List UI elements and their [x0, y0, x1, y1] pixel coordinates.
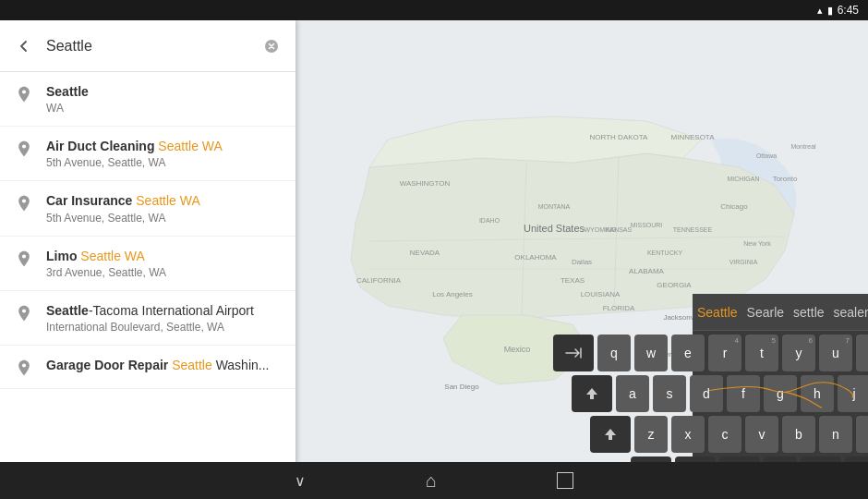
pin-icon — [15, 140, 33, 158]
result-subtitle: WA — [46, 102, 281, 115]
svg-text:KENTUCKY: KENTUCKY — [647, 250, 682, 256]
key-i[interactable]: i8 — [856, 335, 868, 371]
key-r[interactable]: r4 — [708, 335, 741, 371]
key-c[interactable]: c — [708, 416, 741, 453]
bottom-nav: ∨ ⌂ — [0, 462, 868, 499]
result-item[interactable]: Seattle-Tacoma International Airport Int… — [0, 291, 295, 346]
key-f[interactable]: f — [727, 375, 760, 412]
result-item[interactable]: Limo Seattle WA 3rd Avenue, Seattle, WA — [0, 237, 295, 291]
nav-home-button[interactable]: ⌂ — [426, 470, 437, 492]
svg-text:MINNESOTA: MINNESOTA — [671, 133, 716, 141]
wifi-icon: ▴ — [817, 5, 823, 17]
result-title: Seattle — [46, 83, 281, 100]
results-list: Seattle WA Air Duct Cleaning Seattle WA … — [0, 72, 295, 499]
svg-text:Ottawa: Ottawa — [756, 152, 777, 159]
result-item[interactable]: Garage Door Repair Seattle Washin... — [0, 346, 295, 389]
result-subtitle: 5th Avenue, Seattle, WA — [46, 212, 281, 225]
svg-text:VIRGINIA: VIRGINIA — [729, 259, 758, 265]
result-subtitle: 5th Avenue, Seattle, WA — [46, 156, 281, 169]
key-shift-left[interactable] — [590, 416, 631, 453]
main-container: Seattle WA Air Duct Cleaning Seattle WA … — [0, 20, 868, 499]
suggestion-searle[interactable]: Searle — [742, 305, 789, 320]
status-icons: ▴ ▮ 6:45 — [817, 4, 859, 17]
key-w[interactable]: w — [634, 335, 668, 371]
key-n[interactable]: n — [819, 416, 852, 453]
nav-recent-button[interactable] — [557, 472, 573, 489]
svg-text:Dallas: Dallas — [572, 258, 592, 266]
result-title: Seattle-Tacoma International Airport — [46, 302, 281, 319]
svg-text:MONTANA: MONTANA — [538, 203, 571, 210]
result-text: Seattle WA — [46, 83, 281, 115]
svg-text:NORTH DAKOTA: NORTH DAKOTA — [590, 133, 648, 141]
svg-point-5 — [22, 309, 26, 312]
key-s[interactable]: s — [653, 375, 686, 412]
clock: 6:45 — [838, 4, 859, 17]
svg-text:San Diego: San Diego — [444, 383, 479, 391]
svg-text:Chicago: Chicago — [720, 202, 748, 211]
key-g[interactable]: g — [764, 375, 797, 412]
key-v[interactable]: v — [745, 416, 778, 453]
clear-button[interactable] — [259, 33, 284, 59]
svg-text:WASHINGTON: WASHINGTON — [400, 179, 451, 188]
svg-text:CALIFORNIA: CALIFORNIA — [356, 276, 402, 285]
status-bar: ▴ ▮ 6:45 — [0, 0, 868, 20]
key-u[interactable]: u7 — [819, 335, 852, 371]
search-input[interactable] — [37, 38, 259, 55]
pin-icon — [15, 194, 33, 213]
svg-text:Toronto: Toronto — [773, 175, 798, 183]
suggestions-bar: Seattle Searle settle sealer swaddle — [693, 294, 868, 331]
result-title: Limo Seattle WA — [46, 248, 281, 264]
key-tab[interactable] — [553, 335, 594, 371]
svg-text:FLORIDA: FLORIDA — [603, 304, 635, 312]
key-h[interactable]: h — [801, 375, 834, 412]
search-bar — [0, 20, 295, 72]
svg-text:OKLAHOMA: OKLAHOMA — [514, 253, 557, 262]
suggestion-seattle[interactable]: Seattle — [693, 305, 742, 320]
result-title: Garage Door Repair Seattle Washin... — [46, 357, 281, 373]
nav-back-button[interactable]: ∨ — [295, 472, 306, 490]
pin-icon — [15, 85, 33, 103]
svg-text:Montreal: Montreal — [790, 143, 816, 150]
svg-text:LOUISIANA: LOUISIANA — [581, 290, 621, 298]
svg-text:WYOMING: WYOMING — [585, 226, 617, 233]
map-area: United States WASHINGTON NORTH DAKOTA MI… — [295, 20, 868, 499]
suggestion-sealer[interactable]: sealer — [829, 305, 868, 320]
pin-icon — [15, 250, 33, 268]
key-b[interactable]: b — [782, 416, 815, 453]
svg-text:ALABAMA: ALABAMA — [629, 267, 664, 275]
result-title: Car Insurance Seattle WA — [46, 192, 281, 209]
suggestion-settle[interactable]: settle — [789, 305, 828, 320]
back-button[interactable] — [11, 33, 37, 59]
pin-icon — [15, 304, 33, 323]
svg-text:New York: New York — [743, 240, 771, 247]
key-m[interactable]: m — [856, 416, 868, 453]
svg-text:TEXAS: TEXAS — [561, 276, 585, 285]
key-d[interactable]: d — [690, 375, 723, 412]
key-t[interactable]: t5 — [745, 335, 778, 371]
result-item[interactable]: Car Insurance Seattle WA 5th Avenue, Sea… — [0, 181, 295, 236]
key-y[interactable]: y6 — [782, 335, 815, 371]
key-j[interactable]: j — [838, 375, 868, 412]
svg-point-1 — [22, 90, 26, 93]
svg-text:United States: United States — [524, 223, 585, 234]
key-caps[interactable] — [572, 375, 612, 412]
key-row-3: z x c v b n m @ — [694, 416, 866, 453]
key-a[interactable]: a — [616, 375, 649, 412]
pin-icon — [15, 359, 33, 377]
key-row-2: a s d f g h j k l — [694, 375, 866, 412]
result-item[interactable]: Air Duct Cleaning Seattle WA 5th Avenue,… — [0, 127, 295, 181]
svg-text:TENNESSEE: TENNESSEE — [673, 226, 713, 233]
result-item[interactable]: Seattle WA — [0, 72, 295, 127]
left-panel: Seattle WA Air Duct Cleaning Seattle WA … — [0, 20, 295, 499]
svg-text:Mexico: Mexico — [504, 345, 531, 354]
key-e[interactable]: e — [671, 335, 705, 371]
svg-point-4 — [22, 254, 26, 258]
key-z[interactable]: z — [634, 416, 668, 453]
svg-point-3 — [22, 200, 26, 203]
key-x[interactable]: x — [671, 416, 705, 453]
svg-text:MISSOURI: MISSOURI — [631, 222, 663, 228]
key-q[interactable]: q — [597, 335, 631, 371]
svg-point-2 — [22, 145, 26, 149]
result-text: Limo Seattle WA 3rd Avenue, Seattle, WA — [46, 248, 281, 279]
battery-icon: ▮ — [827, 5, 833, 17]
